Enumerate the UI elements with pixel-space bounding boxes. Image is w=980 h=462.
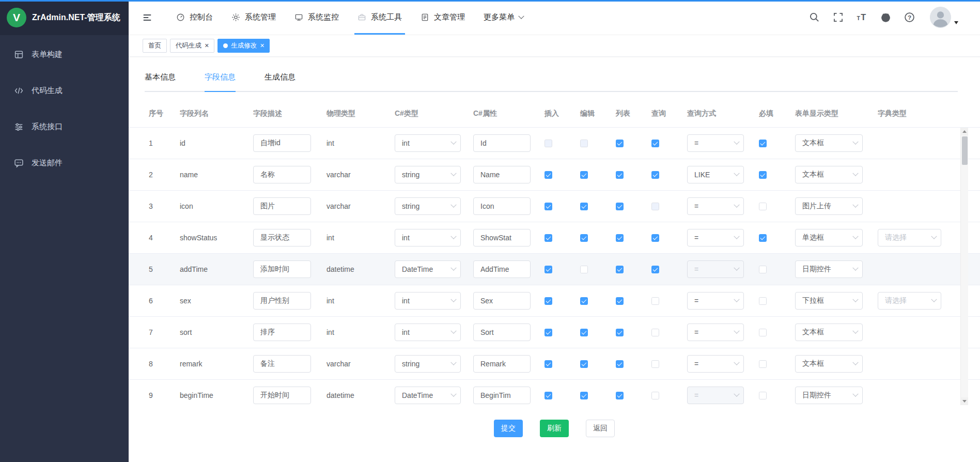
list-checkbox[interactable] <box>616 329 624 336</box>
field-description-input[interactable] <box>253 292 311 310</box>
csharp-property-input[interactable] <box>473 134 531 152</box>
csharp-property-input[interactable] <box>473 387 531 404</box>
edit-checkbox[interactable] <box>580 171 588 179</box>
sidebar-item-system-api[interactable]: 系统接口 <box>0 109 129 145</box>
required-checkbox[interactable] <box>759 392 767 399</box>
tag-generate-edit[interactable]: 生成修改 <box>217 39 270 53</box>
github-icon[interactable] <box>880 12 891 23</box>
csharp-type-select[interactable]: string <box>395 166 461 183</box>
submit-button[interactable]: 提交 <box>494 420 523 437</box>
display-type-select[interactable]: 下拉框 <box>795 292 863 310</box>
nav-item-console[interactable]: 控制台 <box>167 0 222 35</box>
query-mode-select[interactable]: = <box>687 292 744 310</box>
insert-checkbox[interactable] <box>545 392 552 399</box>
tab-field-info[interactable]: 字段信息 <box>205 72 236 91</box>
edit-checkbox[interactable] <box>580 297 588 305</box>
field-description-input[interactable] <box>253 355 311 373</box>
display-type-select[interactable]: 文本框 <box>795 134 863 152</box>
insert-checkbox[interactable] <box>545 329 552 336</box>
tag-code-generate[interactable]: 代码生成 <box>170 39 214 53</box>
list-checkbox[interactable] <box>616 360 624 368</box>
list-checkbox[interactable] <box>616 392 624 399</box>
required-checkbox[interactable] <box>759 297 767 305</box>
query-checkbox[interactable] <box>651 140 659 147</box>
display-type-select[interactable]: 文本框 <box>795 355 863 373</box>
insert-checkbox[interactable] <box>545 266 552 273</box>
required-checkbox[interactable] <box>759 266 767 273</box>
csharp-property-input[interactable] <box>473 324 531 341</box>
csharp-property-input[interactable] <box>473 292 531 310</box>
edit-checkbox[interactable] <box>580 329 588 336</box>
field-description-input[interactable] <box>253 229 311 247</box>
query-checkbox[interactable] <box>651 392 659 399</box>
scroll-up-arrow[interactable] <box>961 128 968 135</box>
query-checkbox[interactable] <box>651 329 659 336</box>
required-checkbox[interactable] <box>759 203 767 210</box>
user-menu[interactable] <box>930 7 958 28</box>
insert-checkbox[interactable] <box>545 234 552 242</box>
list-checkbox[interactable] <box>616 140 624 147</box>
edit-checkbox[interactable] <box>580 360 588 368</box>
query-checkbox[interactable] <box>651 360 659 368</box>
csharp-type-select[interactable]: DateTime <box>395 260 461 278</box>
field-description-input[interactable] <box>253 324 311 341</box>
back-button[interactable]: 返回 <box>586 420 615 437</box>
required-checkbox[interactable] <box>759 360 767 368</box>
query-mode-select[interactable]: = <box>687 134 744 152</box>
csharp-property-input[interactable] <box>473 355 531 373</box>
query-mode-select[interactable]: = <box>687 324 744 341</box>
fullscreen-icon[interactable] <box>833 12 844 23</box>
list-checkbox[interactable] <box>616 234 624 242</box>
edit-checkbox[interactable] <box>580 266 588 273</box>
csharp-type-select[interactable]: string <box>395 197 461 215</box>
edit-checkbox[interactable] <box>580 203 588 210</box>
display-type-select[interactable]: 文本框 <box>795 166 863 183</box>
refresh-button[interactable]: 刷新 <box>540 420 569 437</box>
field-description-input[interactable] <box>253 387 311 404</box>
collapse-menu-icon[interactable] <box>142 12 152 23</box>
list-checkbox[interactable] <box>616 297 624 305</box>
query-mode-select[interactable]: LIKE <box>687 166 744 183</box>
required-checkbox[interactable] <box>759 329 767 336</box>
dict-type-select[interactable]: 请选择 <box>878 292 941 310</box>
csharp-type-select[interactable]: DateTime <box>395 387 461 404</box>
query-mode-select[interactable]: = <box>687 197 744 215</box>
csharp-type-select[interactable]: int <box>395 324 461 341</box>
query-checkbox[interactable] <box>651 171 659 179</box>
scrollbar-thumb[interactable] <box>962 136 968 165</box>
query-checkbox[interactable] <box>651 234 659 242</box>
display-type-select[interactable]: 图片上传 <box>795 197 863 215</box>
field-description-input[interactable] <box>253 166 311 183</box>
nav-item-system-manage[interactable]: 系统管理 <box>222 0 285 35</box>
csharp-type-select[interactable]: int <box>395 292 461 310</box>
list-checkbox[interactable] <box>616 266 624 273</box>
close-icon[interactable] <box>205 42 209 50</box>
edit-checkbox[interactable] <box>580 392 588 399</box>
list-checkbox[interactable] <box>616 171 624 179</box>
field-description-input[interactable] <box>253 197 311 215</box>
insert-checkbox[interactable] <box>545 203 552 210</box>
required-checkbox[interactable] <box>759 140 767 147</box>
dict-type-select[interactable]: 请选择 <box>878 229 941 247</box>
close-icon[interactable] <box>260 42 264 50</box>
csharp-type-select[interactable]: int <box>395 134 461 152</box>
display-type-select[interactable]: 文本框 <box>795 324 863 341</box>
nav-item-system-tools[interactable]: 系统工具 <box>348 0 411 35</box>
edit-checkbox[interactable] <box>580 234 588 242</box>
tab-basic-info[interactable]: 基本信息 <box>145 72 176 91</box>
query-checkbox[interactable] <box>651 297 659 305</box>
insert-checkbox[interactable] <box>545 360 552 368</box>
required-checkbox[interactable] <box>759 171 767 179</box>
query-mode-select[interactable]: = <box>687 355 744 373</box>
csharp-type-select[interactable]: string <box>395 355 461 373</box>
field-description-input[interactable] <box>253 134 311 152</box>
scroll-down-arrow[interactable] <box>961 397 968 405</box>
tab-generate-info[interactable]: 生成信息 <box>265 72 295 91</box>
search-icon[interactable] <box>809 12 820 23</box>
tag-home[interactable]: 首页 <box>143 39 167 53</box>
query-checkbox[interactable] <box>651 266 659 273</box>
insert-checkbox[interactable] <box>545 171 552 179</box>
help-icon[interactable]: ? <box>904 12 915 23</box>
csharp-property-input[interactable] <box>473 229 531 247</box>
csharp-property-input[interactable] <box>473 260 531 278</box>
